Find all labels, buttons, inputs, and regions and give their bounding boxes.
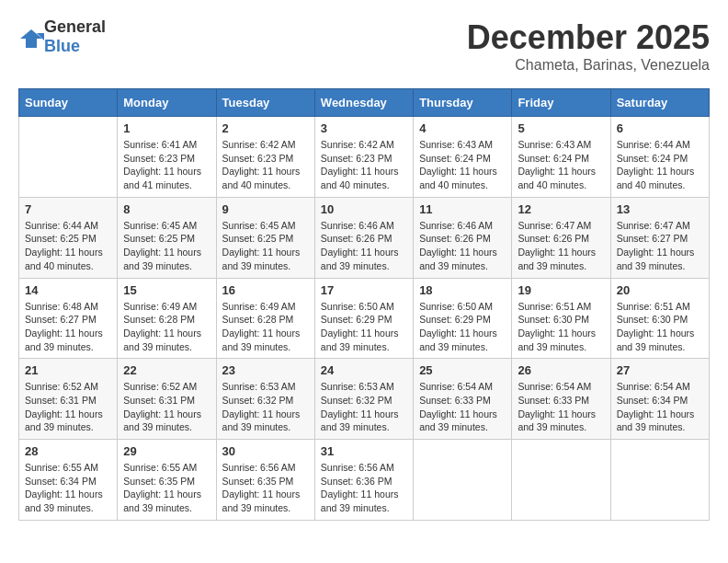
day-info: Sunrise: 6:52 AMSunset: 6:31 PMDaylight:… xyxy=(123,380,210,434)
calendar-cell: 28Sunrise: 6:55 AMSunset: 6:34 PMDayligh… xyxy=(19,440,118,521)
day-info: Sunrise: 6:56 AMSunset: 6:35 PMDaylight:… xyxy=(222,461,309,515)
calendar-cell: 1Sunrise: 6:41 AMSunset: 6:23 PMDaylight… xyxy=(118,117,216,198)
day-number: 12 xyxy=(518,202,604,216)
day-number: 26 xyxy=(518,363,604,377)
calendar-week-5: 28Sunrise: 6:55 AMSunset: 6:34 PMDayligh… xyxy=(19,440,710,521)
day-number: 16 xyxy=(222,283,309,297)
calendar-cell: 12Sunrise: 6:47 AMSunset: 6:26 PMDayligh… xyxy=(512,197,610,278)
calendar-cell: 27Sunrise: 6:54 AMSunset: 6:34 PMDayligh… xyxy=(610,359,709,440)
calendar-cell: 8Sunrise: 6:45 AMSunset: 6:25 PMDaylight… xyxy=(118,197,216,278)
day-info: Sunrise: 6:46 AMSunset: 6:26 PMDaylight:… xyxy=(419,219,506,273)
calendar-cell: 14Sunrise: 6:48 AMSunset: 6:27 PMDayligh… xyxy=(19,278,118,359)
calendar-cell: 21Sunrise: 6:52 AMSunset: 6:31 PMDayligh… xyxy=(19,359,118,440)
day-number: 3 xyxy=(321,121,407,135)
day-info: Sunrise: 6:49 AMSunset: 6:28 PMDaylight:… xyxy=(222,300,309,354)
page-header: General Blue December 2025 Chameta, Bari… xyxy=(18,18,710,74)
calendar-cell: 17Sunrise: 6:50 AMSunset: 6:29 PMDayligh… xyxy=(314,278,413,359)
logo-text: General Blue xyxy=(44,18,106,56)
day-number: 2 xyxy=(222,121,309,135)
calendar-table: SundayMondayTuesdayWednesdayThursdayFrid… xyxy=(18,88,710,521)
calendar-cell: 26Sunrise: 6:54 AMSunset: 6:33 PMDayligh… xyxy=(512,359,610,440)
day-info: Sunrise: 6:55 AMSunset: 6:34 PMDaylight:… xyxy=(25,461,111,515)
calendar-cell: 24Sunrise: 6:53 AMSunset: 6:32 PMDayligh… xyxy=(314,359,413,440)
day-info: Sunrise: 6:42 AMSunset: 6:23 PMDaylight:… xyxy=(222,138,309,192)
day-info: Sunrise: 6:52 AMSunset: 6:31 PMDaylight:… xyxy=(25,380,111,434)
calendar-cell: 7Sunrise: 6:44 AMSunset: 6:25 PMDaylight… xyxy=(19,197,118,278)
header-friday: Friday xyxy=(512,89,610,117)
calendar-header-row: SundayMondayTuesdayWednesdayThursdayFrid… xyxy=(19,89,710,117)
calendar-cell: 6Sunrise: 6:44 AMSunset: 6:24 PMDaylight… xyxy=(610,117,709,198)
calendar-cell: 18Sunrise: 6:50 AMSunset: 6:29 PMDayligh… xyxy=(414,278,512,359)
day-info: Sunrise: 6:55 AMSunset: 6:35 PMDaylight:… xyxy=(123,461,210,515)
calendar-cell: 30Sunrise: 6:56 AMSunset: 6:35 PMDayligh… xyxy=(216,440,314,521)
day-info: Sunrise: 6:47 AMSunset: 6:26 PMDaylight:… xyxy=(518,219,604,273)
day-number: 17 xyxy=(321,283,407,297)
day-info: Sunrise: 6:54 AMSunset: 6:33 PMDaylight:… xyxy=(518,380,604,434)
calendar-cell: 16Sunrise: 6:49 AMSunset: 6:28 PMDayligh… xyxy=(216,278,314,359)
day-number: 29 xyxy=(123,444,210,458)
day-number: 8 xyxy=(123,202,210,216)
calendar-cell xyxy=(19,117,118,198)
day-info: Sunrise: 6:46 AMSunset: 6:26 PMDaylight:… xyxy=(321,219,407,273)
calendar-cell: 9Sunrise: 6:45 AMSunset: 6:25 PMDaylight… xyxy=(216,197,314,278)
day-info: Sunrise: 6:56 AMSunset: 6:36 PMDaylight:… xyxy=(321,461,407,515)
calendar-week-3: 14Sunrise: 6:48 AMSunset: 6:27 PMDayligh… xyxy=(19,278,710,359)
header-thursday: Thursday xyxy=(414,89,512,117)
calendar-cell: 4Sunrise: 6:43 AMSunset: 6:24 PMDaylight… xyxy=(414,117,512,198)
day-info: Sunrise: 6:48 AMSunset: 6:27 PMDaylight:… xyxy=(25,300,111,354)
day-number: 13 xyxy=(617,202,703,216)
day-number: 22 xyxy=(123,363,210,377)
location: Chameta, Barinas, Venezuela xyxy=(467,57,710,74)
day-number: 27 xyxy=(617,363,703,377)
day-number: 1 xyxy=(123,121,210,135)
day-number: 21 xyxy=(25,363,111,377)
calendar-cell xyxy=(414,440,512,521)
logo: General Blue xyxy=(18,18,106,56)
calendar-week-1: 1Sunrise: 6:41 AMSunset: 6:23 PMDaylight… xyxy=(19,117,710,198)
calendar-cell: 13Sunrise: 6:47 AMSunset: 6:27 PMDayligh… xyxy=(610,197,709,278)
day-info: Sunrise: 6:53 AMSunset: 6:32 PMDaylight:… xyxy=(222,380,309,434)
day-number: 14 xyxy=(25,283,111,297)
day-info: Sunrise: 6:51 AMSunset: 6:30 PMDaylight:… xyxy=(617,300,703,354)
day-info: Sunrise: 6:49 AMSunset: 6:28 PMDaylight:… xyxy=(123,300,210,354)
day-number: 19 xyxy=(518,283,604,297)
calendar-cell: 3Sunrise: 6:42 AMSunset: 6:23 PMDaylight… xyxy=(314,117,413,198)
calendar-cell xyxy=(610,440,709,521)
logo-general: General xyxy=(44,17,106,36)
title-block: December 2025 Chameta, Barinas, Venezuel… xyxy=(467,18,710,74)
day-number: 24 xyxy=(321,363,407,377)
calendar-cell: 19Sunrise: 6:51 AMSunset: 6:30 PMDayligh… xyxy=(512,278,610,359)
calendar-week-2: 7Sunrise: 6:44 AMSunset: 6:25 PMDaylight… xyxy=(19,197,710,278)
day-info: Sunrise: 6:54 AMSunset: 6:33 PMDaylight:… xyxy=(419,380,506,434)
day-number: 6 xyxy=(617,121,703,135)
calendar-week-4: 21Sunrise: 6:52 AMSunset: 6:31 PMDayligh… xyxy=(19,359,710,440)
day-info: Sunrise: 6:43 AMSunset: 6:24 PMDaylight:… xyxy=(518,138,604,192)
day-number: 18 xyxy=(419,283,506,297)
month-title: December 2025 xyxy=(467,18,710,57)
day-number: 20 xyxy=(617,283,703,297)
calendar-cell: 22Sunrise: 6:52 AMSunset: 6:31 PMDayligh… xyxy=(118,359,216,440)
day-info: Sunrise: 6:50 AMSunset: 6:29 PMDaylight:… xyxy=(321,300,407,354)
calendar-cell: 23Sunrise: 6:53 AMSunset: 6:32 PMDayligh… xyxy=(216,359,314,440)
day-info: Sunrise: 6:54 AMSunset: 6:34 PMDaylight:… xyxy=(617,380,703,434)
calendar-cell: 29Sunrise: 6:55 AMSunset: 6:35 PMDayligh… xyxy=(118,440,216,521)
calendar-cell: 31Sunrise: 6:56 AMSunset: 6:36 PMDayligh… xyxy=(314,440,413,521)
day-info: Sunrise: 6:44 AMSunset: 6:24 PMDaylight:… xyxy=(617,138,703,192)
header-sunday: Sunday xyxy=(19,89,118,117)
day-number: 5 xyxy=(518,121,604,135)
calendar-cell: 10Sunrise: 6:46 AMSunset: 6:26 PMDayligh… xyxy=(314,197,413,278)
calendar-cell xyxy=(512,440,610,521)
calendar-cell: 2Sunrise: 6:42 AMSunset: 6:23 PMDaylight… xyxy=(216,117,314,198)
day-number: 15 xyxy=(123,283,210,297)
day-info: Sunrise: 6:47 AMSunset: 6:27 PMDaylight:… xyxy=(617,219,703,273)
day-number: 25 xyxy=(419,363,506,377)
day-info: Sunrise: 6:50 AMSunset: 6:29 PMDaylight:… xyxy=(419,300,506,354)
logo-blue: Blue xyxy=(44,37,80,55)
day-number: 10 xyxy=(321,202,407,216)
calendar-cell: 11Sunrise: 6:46 AMSunset: 6:26 PMDayligh… xyxy=(414,197,512,278)
header-tuesday: Tuesday xyxy=(216,89,314,117)
header-saturday: Saturday xyxy=(610,89,709,117)
day-number: 9 xyxy=(222,202,309,216)
day-info: Sunrise: 6:45 AMSunset: 6:25 PMDaylight:… xyxy=(123,219,210,273)
svg-marker-0 xyxy=(20,29,42,48)
